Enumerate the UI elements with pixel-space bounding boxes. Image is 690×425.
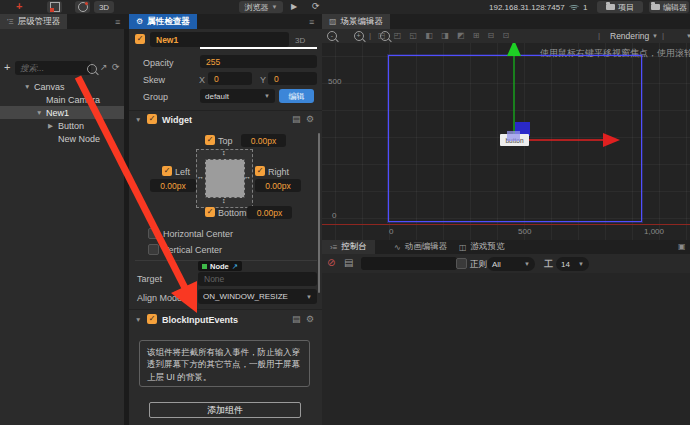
node-name-field[interactable]: New1 [150,32,289,47]
tab-animation-editor[interactable]: ∿ 动画编辑器 [386,240,455,254]
blockinputevents-enabled-checkbox[interactable]: ✓ [147,314,157,324]
tab-inspector[interactable]: ⚙ 属性检查器 [129,14,197,29]
widget-top-field[interactable]: 0.00px [241,134,286,147]
widget-right-checkbox[interactable]: ✓ [255,166,265,176]
clear-console-icon[interactable]: ⊘ [327,257,335,268]
gizmo-plane-handle[interactable] [507,131,520,141]
create-node-button[interactable]: + [4,61,10,73]
caret-right-icon[interactable]: ▶ [48,122,53,130]
check-icon: ✓ [149,315,156,323]
opacity-field[interactable]: 255 [200,55,317,68]
refresh-tree-icon[interactable]: ⟳ [112,62,120,72]
font-size-dropdown[interactable]: 14 ▼ [556,257,589,271]
folder-icon [651,4,660,10]
align-tools-icons[interactable]: ◳ ◰ ◱ ◧ ◨ ◩ ⊞ ⊟ ⊡ [378,31,512,40]
tree-item-canvas[interactable]: ▼ Canvas [0,80,124,93]
console-filter-input[interactable] [361,257,457,270]
check-icon: ✓ [149,115,156,123]
rotate-tool-button[interactable] [75,1,90,13]
target-field[interactable]: None [198,272,317,286]
tab-game-preview-label: 游戏预览 [471,241,505,253]
search-icon[interactable] [87,64,97,74]
zoom-out-icon[interactable]: - [327,31,337,41]
collapse-caret-icon[interactable]: ▼ [135,116,141,123]
inspector-panel-menu-icon[interactable]: ≡ [302,14,321,29]
play-button[interactable]: ▶ [291,2,297,11]
group-dropdown[interactable]: default ▼ [200,89,275,103]
add-component-button[interactable]: 添加组件 [149,402,301,418]
expand-collapse-icon[interactable]: ↗ [100,62,108,72]
widget-top-checkbox[interactable]: ✓ [205,135,215,145]
tab-game-preview[interactable]: ◫ 游戏预览 [451,240,513,254]
widget-bottom-checkbox[interactable]: ✓ [205,207,215,217]
align-mode-dropdown[interactable]: ON_WINDOW_RESIZE ▼ [198,289,317,304]
rendering-dropdown[interactable]: Rendering [610,31,649,41]
tab-hierarchy[interactable]: 'Ξ 层级管理器 [0,14,67,29]
skew-x-field[interactable]: 0 [208,72,252,85]
chevron-down-icon: ▼ [578,261,584,267]
widget-anchor-diagram[interactable]: ↕ ↕ ↔ ↔ [196,149,253,208]
tab-scene[interactable]: ▨ 场景编辑器 [322,14,390,29]
toolbar-separator: | [662,31,664,40]
chevron-down-icon: ▼ [264,93,270,99]
zoom-in-icon[interactable]: + [354,31,364,41]
widget-anchor-inner-box[interactable] [205,159,245,198]
hierarchy-search-input[interactable] [15,61,91,75]
3d-mode-toggle[interactable]: 3D [94,1,114,13]
font-size-icon: 工 [544,258,553,271]
vertical-center-checkbox[interactable] [148,244,159,255]
widget-bottom-field[interactable]: 0.00px [247,206,292,219]
preview-target-dropdown[interactable]: 浏览器 ▼ [239,1,283,13]
align-mode-value: ON_WINDOW_RESIZE [203,292,288,301]
hierarchy-panel-menu-icon[interactable]: ≡ [108,14,127,29]
open-project-button[interactable]: 项目 [597,1,643,13]
regex-checkbox[interactable] [456,258,467,269]
node-active-checkbox[interactable]: ✓ [135,34,145,44]
external-link-icon[interactable]: ↗ [232,262,238,271]
console-output-area[interactable] [322,273,690,425]
scene-viewport[interactable]: 使用鼠标右键平移视窗焦点，使用滚轮缩放视窗 500 0 0 500 1,000 … [322,43,690,240]
move-tool-icon[interactable]: + [16,0,22,12]
inspector-scrollbar[interactable] [318,133,321,293]
rotate-tool-icon [78,2,88,12]
widget-right-field[interactable]: 0.00px [255,179,301,192]
tree-item-button[interactable]: ▶ Button [0,119,124,132]
gear-icon[interactable]: ⚙ [306,114,314,124]
top-toolbar: + 3D 浏览器 ▼ ▶ ⟳ 192.168.31.128:7457 1 项目 … [0,0,690,15]
skew-label: Skew [143,75,165,85]
log-level-value: All [492,260,501,269]
horizontal-center-checkbox[interactable] [148,228,159,239]
align-mode-label: Align Mode [137,293,182,303]
h-arrows-icon: ↔ [244,173,251,180]
refresh-button[interactable]: ⟳ [312,1,320,11]
gear-icon[interactable]: ⚙ [306,314,314,324]
log-level-dropdown[interactable]: All ▼ [487,257,535,271]
skew-y-field[interactable]: 0 [268,72,317,85]
widget-left-label: Left [175,167,190,177]
collapse-caret-icon[interactable]: ▼ [135,316,141,323]
docs-icon[interactable]: ▤ [292,314,301,324]
docs-icon[interactable]: ▤ [292,114,301,124]
open-editor-label: 编辑器 [663,2,687,13]
tree-item-label: Canvas [34,82,65,92]
font-size-value: 14 [561,260,570,269]
caret-down-icon[interactable]: ▼ [36,109,42,116]
blockinputevents-section-title: BlockInputEvents [162,315,238,325]
rect-tool-button[interactable] [47,1,62,13]
tab-inspector-label: 属性检查器 [147,16,190,28]
group-edit-button[interactable]: 编辑 [279,89,314,103]
tree-item-new-node[interactable]: New Node [0,132,124,145]
tree-item-new1-selected[interactable]: ▼ New1 [0,106,124,119]
tab-console[interactable]: ›≡ 控制台 [322,240,375,254]
caret-down-icon[interactable]: ▼ [24,83,30,90]
widget-left-checkbox[interactable]: ✓ [162,166,172,176]
tree-item-main-camera[interactable]: Main Camera [0,93,124,106]
open-editor-button[interactable]: 编辑器 [649,1,689,13]
tree-item-label: Button [58,121,84,131]
popout-window-icon[interactable]: ▣ [678,242,686,251]
chevron-down-icon: ▼ [652,33,658,39]
log-file-icon[interactable]: ▤ [344,257,353,268]
widget-left-field[interactable]: 0.00px [150,179,196,192]
widget-enabled-checkbox[interactable]: ✓ [147,114,157,124]
toolbar-separator: | [598,31,600,40]
